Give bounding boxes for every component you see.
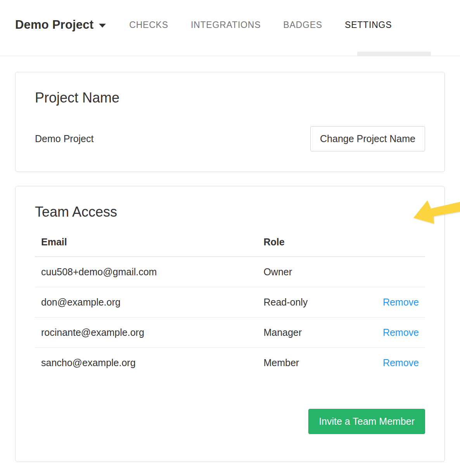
column-header-actions [370,236,425,257]
remove-member-link[interactable]: Remove [383,357,419,368]
member-email: sancho@example.org [35,348,257,378]
column-header-role: Role [257,236,370,257]
member-role: Owner [257,257,370,287]
caret-down-icon [99,24,106,28]
member-actions: Remove [370,348,425,378]
change-project-name-button[interactable]: Change Project Name [310,126,425,151]
current-project-name: Demo Project [35,133,93,144]
member-role: Member [257,348,370,378]
project-name-card: Project Name Demo Project Change Project… [15,72,445,172]
nav-tabs: CHECKS INTEGRATIONS BADGES SETTINGS [129,20,414,30]
team-members-table: Email Role cuu508+demo@gmail.com Owner d… [35,236,425,378]
tab-badges[interactable]: BADGES [283,20,322,30]
table-row: sancho@example.org Member Remove [35,348,425,378]
table-row: rocinante@example.org Manager Remove [35,318,425,348]
member-actions [370,257,425,287]
active-tab-indicator [357,52,431,56]
table-header-row: Email Role [35,236,425,257]
settings-page: Project Name Demo Project Change Project… [0,72,460,462]
team-access-card: Team Access Email Role cuu508+demo@gmail… [15,186,445,462]
member-role: Read-only [257,287,370,318]
tab-checks[interactable]: CHECKS [129,20,168,30]
remove-member-link[interactable]: Remove [383,327,419,338]
table-row: cuu508+demo@gmail.com Owner [35,257,425,287]
tab-settings[interactable]: SETTINGS [345,20,392,30]
project-switcher-dropdown[interactable]: Demo Project [15,18,106,32]
project-title: Demo Project [15,18,93,32]
member-email: rocinante@example.org [35,318,257,348]
invite-team-member-button[interactable]: Invite a Team Member [308,409,425,434]
member-role: Manager [257,318,370,348]
table-row: don@example.org Read-only Remove [35,287,425,318]
member-actions: Remove [370,318,425,348]
member-email: cuu508+demo@gmail.com [35,257,257,287]
top-nav: Demo Project CHECKS INTEGRATIONS BADGES … [0,0,460,56]
remove-member-link[interactable]: Remove [383,297,419,307]
member-actions: Remove [370,287,425,318]
project-name-card-title: Project Name [35,90,425,106]
column-header-email: Email [35,236,257,257]
member-email: don@example.org [35,287,257,318]
team-access-card-title: Team Access [35,204,425,220]
tab-integrations[interactable]: INTEGRATIONS [191,20,261,30]
